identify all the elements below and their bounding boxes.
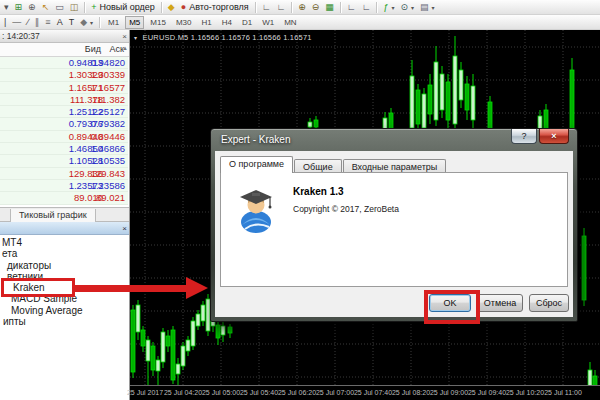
dialog-tabstrip: О программеОбщиеВходные параметры — [220, 156, 447, 173]
timeframe-mn-button[interactable]: MN — [280, 16, 300, 29]
candle-chart-button[interactable]: ∟ — [359, 1, 374, 14]
candle — [434, 62, 438, 120]
market-row[interactable]: 89.01089.021 — [0, 192, 128, 204]
channel-button[interactable]: ∥ — [32, 16, 43, 29]
market-row[interactable]: 1.303291.30339 — [0, 69, 128, 81]
fibonacci-button[interactable]: ≡ — [42, 16, 53, 29]
candle — [446, 82, 450, 120]
ask-value: 1.25127 — [91, 106, 125, 118]
chart-profile-b-button[interactable]: ∟ — [273, 1, 288, 14]
dialog-help-button[interactable]: ? — [511, 129, 537, 144]
cancel-button[interactable]: Отмена — [477, 294, 523, 312]
templates-button[interactable]: ▤▾ — [417, 1, 438, 14]
zoom-out-button[interactable]: ⊖ — [309, 1, 323, 14]
text-button[interactable]: A — [54, 16, 66, 29]
indicators-button[interactable]: ƒ▾ — [380, 1, 397, 14]
market-watch-titlebar: : 14:20:37 × — [0, 30, 129, 43]
tab-tick-chart[interactable]: Тиковый график — [10, 209, 96, 222]
timeframe-h4-button[interactable]: H4 — [218, 16, 236, 29]
ask-value: 1.23586 — [91, 180, 125, 192]
new-order-button[interactable]: +Новый ордер — [88, 1, 158, 14]
chart-shift-icon: ▭ — [55, 1, 64, 14]
dialog-tab-о-программе[interactable]: О программе — [220, 156, 293, 173]
bar-chart-icon: ∟ — [347, 1, 356, 14]
market-row[interactable]: 1.251221.25127 — [0, 106, 128, 118]
candle — [176, 364, 180, 374]
timeframe-m15-button[interactable]: M15 — [146, 16, 170, 29]
tree-item-ипты[interactable]: ипты — [0, 316, 129, 327]
market-row[interactable]: 1.235731.23586 — [0, 180, 128, 192]
timeframe-m30-button[interactable]: M30 — [172, 16, 196, 29]
crosshair-button[interactable]: ⊕ — [25, 1, 39, 14]
time-label: 25 Jul 05:40 — [240, 389, 278, 396]
market-row[interactable]: 0.793760.79382 — [0, 118, 128, 130]
ask-value: 1.46866 — [91, 143, 125, 155]
timeframe-d1-button[interactable]: D1 — [238, 16, 256, 29]
candle — [161, 332, 165, 362]
cursor-icon: ↖ — [42, 1, 50, 14]
dialog-about-panel: Kraken 1.3 Copyright © 2017, ZeroBeta — [220, 172, 568, 287]
market-row[interactable]: 1.165711.16577 — [0, 82, 128, 94]
market-watch-close-icon[interactable]: × — [122, 30, 127, 43]
auto-trading-label: Авто-торговля — [189, 2, 248, 12]
charts-dropdown-button[interactable]: ▾ — [1, 1, 12, 14]
ask-value: 0.79382 — [91, 118, 125, 130]
timeframe-w1-button[interactable]: W1 — [258, 16, 278, 29]
vertical-line-button[interactable]: | — [1, 16, 9, 29]
market-row[interactable]: 1.105281.10535 — [0, 155, 128, 167]
navigator-close-icon[interactable]: × — [122, 222, 127, 235]
market-row[interactable]: 0.894400.89446 — [0, 131, 128, 143]
reset-button[interactable]: Сброс — [529, 294, 569, 312]
cursor-button[interactable]: ↖ — [39, 1, 53, 14]
horizontal-line-button[interactable]: — — [9, 16, 24, 29]
market-row[interactable]: 0.948130.94820 — [0, 57, 128, 69]
ask-value: 1.16577 — [91, 82, 125, 94]
periods-button[interactable]: ⊙▾ — [398, 1, 418, 14]
periods-icon: ⊙ — [401, 1, 409, 14]
market-row[interactable]: 1.468501.46866 — [0, 143, 128, 155]
chart-shift-button[interactable]: ▭ — [52, 1, 67, 14]
column-header-bid[interactable]: Бид — [85, 44, 101, 54]
market-row[interactable]: 129.836129.843 — [0, 168, 128, 180]
text-label-icon: T — [69, 16, 75, 29]
zoom-box-button[interactable]: ◫ — [67, 1, 82, 14]
candle — [488, 102, 492, 130]
timeframe-m5-button[interactable]: M5 — [125, 16, 144, 29]
candle — [544, 110, 548, 130]
tree-item-ета[interactable]: ета — [0, 248, 129, 259]
ask-value: 1.10535 — [91, 155, 125, 167]
toolbar-row-2: |—∕∥≡AT◆▾M1M5M15M30H1H4D1W1MN — [0, 15, 600, 30]
chart-collapse-icon[interactable]: ▾ — [134, 35, 137, 41]
zoom-in-button[interactable]: ⊕ — [295, 1, 309, 14]
tree-item-дикаторы[interactable]: дикаторы — [0, 260, 129, 271]
candle — [156, 360, 160, 371]
zoom-box-icon: ◫ — [70, 1, 79, 14]
symbols-button[interactable]: ⊞ — [12, 1, 26, 14]
navigator-tree: МТ4етадикаторыветникиKrakenMACD SampleMo… — [0, 235, 129, 400]
toolbar-separator — [291, 2, 292, 13]
dialog-close-button[interactable]: × — [539, 129, 569, 144]
chart-profile-a-icon: ∟ — [262, 1, 271, 14]
annotation-arrow-head-icon — [186, 277, 208, 299]
annotation-ok-box — [424, 290, 480, 324]
auto-trading-button[interactable]: ●Авто-торговля — [178, 1, 252, 14]
tile-windows-button[interactable]: ▦ — [322, 1, 337, 14]
ask-value: 89.021 — [96, 192, 125, 204]
market-row[interactable]: 111.378111.382 — [0, 94, 128, 106]
zoom-out-icon: ⊖ — [312, 1, 320, 14]
ask-value: 0.89446 — [91, 131, 125, 143]
text-label-button[interactable]: T — [66, 16, 78, 29]
tree-item-moving-average[interactable]: Moving Average — [0, 305, 129, 316]
bar-chart-button[interactable]: ∟ — [344, 1, 359, 14]
trend-line-button[interactable]: ∕ — [24, 16, 32, 29]
scroll-up-icon[interactable]: ▲ — [122, 45, 128, 51]
timeframe-h1-button[interactable]: H1 — [197, 16, 215, 29]
chart-profile-a-button[interactable]: ∟ — [259, 1, 274, 14]
new-order-label: Новый ордер — [99, 2, 154, 12]
expert-advisors-button[interactable]: ◆ — [165, 1, 178, 14]
tree-item-мт4[interactable]: МТ4 — [0, 237, 129, 248]
timeframe-m1-button[interactable]: M1 — [104, 16, 123, 29]
ask-value: 111.382 — [92, 94, 125, 106]
dialog-title: Expert - Kraken — [221, 129, 290, 151]
arrows-tool-button[interactable]: ◆▾ — [77, 16, 96, 29]
